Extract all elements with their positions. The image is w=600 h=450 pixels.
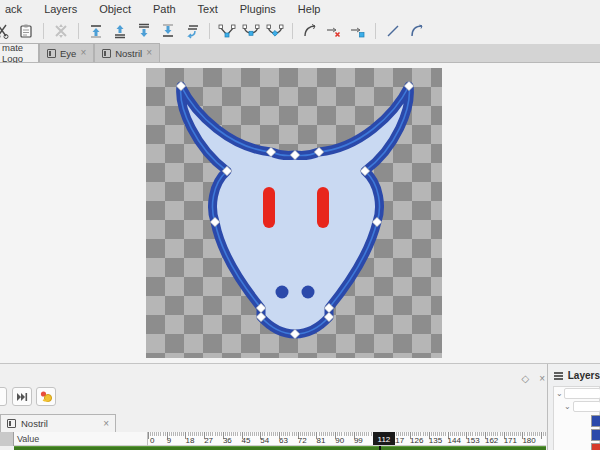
toolbar-separator bbox=[43, 23, 44, 39]
ruler-frame-label: 171 bbox=[504, 436, 517, 445]
menu-help[interactable]: Help bbox=[289, 3, 330, 15]
timeline-tab-nostril[interactable]: Nostril × bbox=[0, 414, 116, 432]
node-smooth-icon[interactable] bbox=[239, 20, 263, 42]
delete-icon bbox=[49, 20, 73, 42]
playback-button-partial[interactable] bbox=[0, 387, 7, 406]
layer-color-swatch[interactable] bbox=[591, 429, 600, 441]
ruler-frame-label: 9 bbox=[167, 436, 171, 445]
lower-icon[interactable] bbox=[132, 20, 156, 42]
raise-to-top-icon[interactable] bbox=[84, 20, 108, 42]
draw-line-icon[interactable] bbox=[381, 20, 405, 42]
menu-layers[interactable]: Layers bbox=[35, 3, 86, 15]
move-to-back-icon[interactable] bbox=[180, 20, 204, 42]
ruler-frame-label: 90 bbox=[335, 436, 344, 445]
ruler-frame-label: 54 bbox=[260, 436, 269, 445]
ruler-frame-label: 72 bbox=[298, 436, 307, 445]
value-header-label: Value bbox=[17, 434, 39, 444]
node-symmetric-icon[interactable] bbox=[263, 20, 287, 42]
raise-icon[interactable] bbox=[108, 20, 132, 42]
toolbar-separator bbox=[375, 23, 376, 39]
composition-icon bbox=[102, 49, 111, 58]
panel-splitter[interactable] bbox=[547, 364, 548, 450]
node-remove-icon[interactable] bbox=[322, 20, 346, 42]
timeline-ruler[interactable]: 0918273645546372819099117126135144153162… bbox=[148, 432, 546, 446]
ruler-frame-label: 36 bbox=[223, 436, 232, 445]
layers-tree[interactable]: ⌄ ⌄ bbox=[553, 386, 600, 450]
timeline-corner bbox=[0, 432, 14, 446]
lower-to-bottom-icon[interactable] bbox=[156, 20, 180, 42]
layer-color-swatch[interactable] bbox=[591, 443, 600, 450]
ruler-frame-label: 153 bbox=[466, 436, 479, 445]
menu-playback[interactable]: ack bbox=[0, 3, 31, 15]
ruler-frame-label: 63 bbox=[279, 436, 288, 445]
close-icon[interactable]: × bbox=[146, 48, 152, 58]
float-panel-icon[interactable]: ◇ bbox=[521, 373, 529, 384]
menu-text[interactable]: Text bbox=[189, 3, 227, 15]
segment-curve-icon[interactable] bbox=[298, 20, 322, 42]
toolbar-separator bbox=[292, 23, 293, 39]
toolbar-separator bbox=[78, 23, 79, 39]
glaxnimate-window: ack Layers Object Path Text Plugins Help bbox=[0, 0, 600, 450]
draw-arc-icon[interactable] bbox=[405, 20, 429, 42]
playhead[interactable] bbox=[379, 446, 381, 450]
tab-glaxnimate-logo[interactable]: mate Logo bbox=[0, 43, 39, 62]
composition-icon bbox=[7, 419, 16, 428]
close-icon[interactable]: × bbox=[103, 418, 109, 429]
canvas-artboard[interactable] bbox=[146, 68, 442, 358]
layer-row[interactable] bbox=[564, 388, 600, 399]
tab-label: Nostril bbox=[115, 48, 142, 59]
left-eye[interactable] bbox=[263, 187, 275, 228]
layers-panel-title: Layers bbox=[568, 370, 600, 381]
ruler-frame-label: 144 bbox=[448, 436, 461, 445]
dragon-head-shape[interactable] bbox=[181, 86, 410, 334]
layers-panel: Layers ⌄ ⌄ bbox=[550, 364, 600, 450]
right-eye[interactable] bbox=[317, 187, 329, 228]
chevron-down-icon[interactable]: ⌄ bbox=[564, 402, 571, 411]
tab-label: mate Logo bbox=[2, 42, 31, 64]
layer-color-swatch[interactable] bbox=[591, 415, 600, 427]
ruler-frame-label: 18 bbox=[185, 436, 194, 445]
layer-row[interactable] bbox=[573, 401, 600, 412]
chevron-down-icon[interactable]: ⌄ bbox=[556, 389, 563, 398]
left-nostril[interactable] bbox=[276, 286, 289, 299]
layers-icon bbox=[553, 371, 564, 381]
ruler-frame-label: 180 bbox=[522, 436, 535, 445]
menu-path[interactable]: Path bbox=[144, 3, 185, 15]
node-corner-icon[interactable] bbox=[215, 20, 239, 42]
ruler-frame-label: 45 bbox=[242, 436, 251, 445]
dragon-logo[interactable] bbox=[146, 68, 442, 358]
close-icon[interactable]: × bbox=[80, 48, 86, 58]
tab-nostril[interactable]: Nostril × bbox=[94, 43, 160, 62]
skip-to-end-button[interactable] bbox=[12, 387, 32, 406]
ruler-frame-label: 27 bbox=[204, 436, 213, 445]
composition-row[interactable] bbox=[14, 446, 546, 450]
timeline-dock: ◇ × Nostril × Value 09182736455463728190… bbox=[0, 363, 600, 450]
tab-eye[interactable]: Eye × bbox=[39, 43, 94, 62]
ruler-frame-label: 0 bbox=[150, 436, 154, 445]
toolbar bbox=[0, 17, 600, 44]
canvas-viewport[interactable] bbox=[0, 63, 600, 363]
paste-icon[interactable] bbox=[14, 20, 38, 42]
record-keyframe-button[interactable] bbox=[36, 387, 56, 406]
tab-label: Eye bbox=[60, 48, 76, 59]
node-add-icon[interactable] bbox=[346, 20, 370, 42]
ruler-frame-label: 81 bbox=[316, 436, 325, 445]
toolbar-separator bbox=[209, 23, 210, 39]
menu-bar: ack Layers Object Path Text Plugins Help bbox=[0, 0, 600, 17]
menu-object[interactable]: Object bbox=[90, 3, 140, 15]
ruler-frame-label: 135 bbox=[429, 436, 442, 445]
tab-label: Nostril bbox=[21, 418, 48, 429]
composition-tab-bar: mate Logo Eye × Nostril × bbox=[0, 44, 600, 63]
close-panel-icon[interactable]: × bbox=[539, 373, 545, 384]
cut-icon[interactable] bbox=[0, 20, 14, 42]
value-column-header[interactable]: Value bbox=[14, 432, 148, 446]
menu-plugins[interactable]: Plugins bbox=[231, 3, 285, 15]
right-nostril[interactable] bbox=[302, 286, 315, 299]
ruler-frame-label: 126 bbox=[410, 436, 423, 445]
composition-icon bbox=[47, 49, 56, 58]
current-frame-marker[interactable]: 112 bbox=[373, 432, 395, 446]
ruler-frame-label: 99 bbox=[354, 436, 363, 445]
ruler-frame-label: 162 bbox=[485, 436, 498, 445]
